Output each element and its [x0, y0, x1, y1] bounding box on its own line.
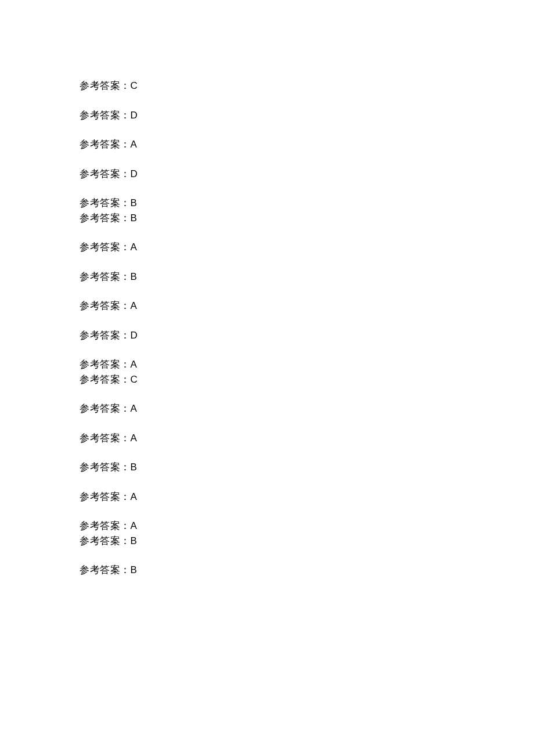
answer-line: 参考答案：D: [80, 167, 138, 182]
answer-value: A: [131, 242, 137, 253]
answer-line: 参考答案：A: [80, 298, 138, 314]
answer-line: 参考答案：A: [80, 489, 138, 505]
line-gap: [80, 548, 138, 563]
answer-label: 参考答案：: [80, 564, 131, 575]
answer-value: D: [131, 330, 138, 341]
answer-line: 参考答案：A: [80, 137, 138, 152]
answer-line: 参考答案：A: [80, 431, 138, 446]
answer-label: 参考答案：: [80, 110, 131, 121]
answer-line: 参考答案：B: [80, 269, 138, 285]
answer-label: 参考答案：: [80, 433, 131, 444]
answer-label: 参考答案：: [80, 462, 131, 473]
answer-value: A: [131, 403, 137, 414]
line-gap: [80, 181, 138, 196]
answer-label: 参考答案：: [80, 213, 131, 224]
answer-list: 参考答案：C参考答案：D参考答案：A参考答案：D参考答案：B参考答案：B参考答案…: [80, 78, 138, 578]
answer-line: 参考答案：B: [80, 460, 138, 475]
answer-label: 参考答案：: [80, 374, 131, 385]
answer-label: 参考答案：: [80, 403, 131, 414]
answer-value: A: [131, 139, 137, 150]
answer-value: C: [131, 80, 138, 91]
answer-value: A: [131, 359, 137, 370]
answer-label: 参考答案：: [80, 168, 131, 179]
answer-label: 参考答案：: [80, 535, 131, 546]
answer-value: B: [131, 462, 137, 473]
answer-label: 参考答案：: [80, 197, 131, 208]
answer-label: 参考答案：: [80, 520, 131, 531]
line-gap: [80, 284, 138, 298]
answer-label: 参考答案：: [80, 359, 131, 370]
answer-line: 参考答案：D: [80, 108, 138, 123]
line-gap: [80, 387, 138, 401]
answer-line: 参考答案：A: [80, 240, 138, 255]
line-gap: [80, 475, 138, 489]
answer-value: C: [131, 374, 138, 385]
answer-value: D: [131, 168, 138, 179]
answer-value: A: [131, 491, 137, 502]
answer-label: 参考答案：: [80, 80, 131, 91]
answer-value: A: [131, 300, 137, 311]
answer-line: 参考答案：A: [80, 519, 138, 534]
answer-value: B: [131, 535, 137, 546]
answer-label: 参考答案：: [80, 271, 131, 282]
answer-value: B: [131, 213, 137, 224]
answer-line: 参考答案：D: [80, 328, 138, 343]
line-gap: [80, 343, 138, 357]
line-gap: [80, 445, 138, 460]
line-gap: [80, 93, 138, 108]
answer-line: 参考答案：C: [80, 372, 138, 387]
answer-line: 参考答案：A: [80, 401, 138, 416]
line-gap: [80, 152, 138, 167]
answer-value: A: [131, 433, 137, 444]
answer-line: 参考答案：A: [80, 357, 138, 372]
answer-label: 参考答案：: [80, 330, 131, 341]
answer-label: 参考答案：: [80, 139, 131, 150]
line-gap: [80, 314, 138, 328]
line-gap: [80, 225, 138, 240]
line-gap: [80, 123, 138, 137]
answer-label: 参考答案：: [80, 491, 131, 502]
answer-line: 参考答案：B: [80, 211, 138, 226]
answer-value: B: [131, 564, 137, 575]
answer-label: 参考答案：: [80, 242, 131, 253]
line-gap: [80, 416, 138, 431]
answer-value: D: [131, 110, 138, 121]
answer-value: B: [131, 197, 137, 208]
line-gap: [80, 504, 138, 519]
answer-value: A: [131, 520, 137, 531]
answer-line: 参考答案：C: [80, 78, 138, 93]
answer-line: 参考答案：B: [80, 563, 138, 578]
answer-label: 参考答案：: [80, 300, 131, 311]
answer-value: B: [131, 271, 137, 282]
answer-line: 参考答案：B: [80, 534, 138, 549]
line-gap: [80, 255, 138, 269]
answer-line: 参考答案：B: [80, 196, 138, 211]
